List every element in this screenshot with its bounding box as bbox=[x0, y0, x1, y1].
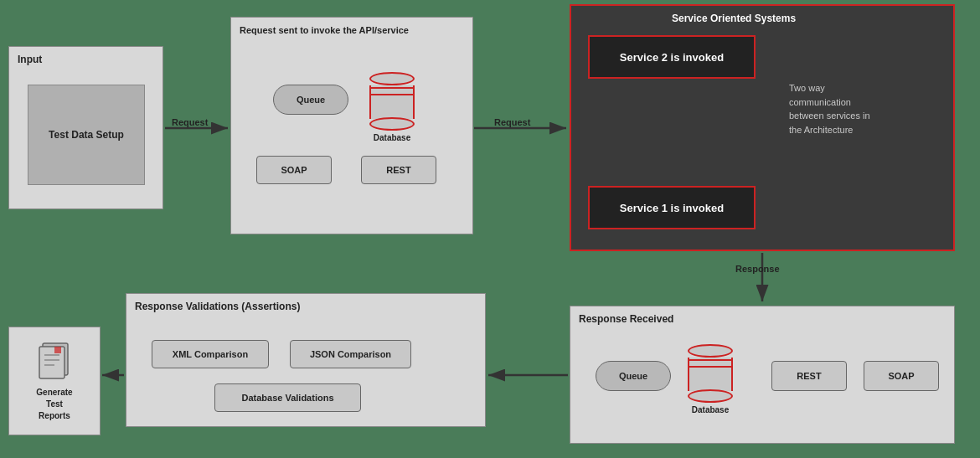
response-validations-box: Response Validations (Assertions) XML Co… bbox=[126, 293, 486, 427]
test-data-label: Test Data Setup bbox=[49, 129, 124, 141]
service2-box: Service 2 is invoked bbox=[588, 35, 756, 79]
rest-button-rr[interactable]: REST bbox=[771, 361, 847, 391]
two-way-text: Two way communication between services i… bbox=[789, 81, 881, 136]
request-label-2: Request bbox=[494, 117, 530, 127]
database-label-rr: Database bbox=[688, 405, 733, 414]
database-icon-api: Database bbox=[369, 72, 415, 142]
response-label: Response bbox=[735, 264, 780, 274]
soap-button-rr[interactable]: SOAP bbox=[864, 361, 939, 391]
svg-rect-16 bbox=[54, 347, 61, 353]
generate-reports-label: GenerateTestReports bbox=[36, 387, 72, 422]
request-label-1: Request bbox=[172, 117, 208, 127]
service-oriented-box: Service Oriented Systems Service 2 is in… bbox=[570, 4, 955, 251]
test-data-box: Test Data Setup bbox=[28, 85, 145, 185]
response-received-label: Response Received bbox=[579, 313, 673, 325]
response-validations-label: Response Validations (Assertions) bbox=[135, 301, 300, 312]
api-label: Request sent to invoke the API/service bbox=[240, 24, 409, 37]
soap-button[interactable]: SOAP bbox=[256, 156, 332, 184]
database-validations-button[interactable]: Database Validations bbox=[214, 383, 361, 412]
api-box: Request sent to invoke the API/service Q… bbox=[230, 17, 473, 234]
response-received-box: Response Received Queue Database REST SO… bbox=[570, 306, 955, 444]
xml-comparison-button[interactable]: XML Comparison bbox=[152, 340, 269, 368]
generate-reports-box: GenerateTestReports bbox=[8, 327, 101, 435]
queue-button-rr[interactable]: Queue bbox=[596, 361, 671, 391]
service-oriented-label: Service Oriented Systems bbox=[672, 13, 796, 24]
service2-label: Service 2 is invoked bbox=[620, 51, 724, 64]
rest-button[interactable]: REST bbox=[361, 156, 436, 184]
database-icon-rr: Database bbox=[688, 344, 733, 414]
service1-label: Service 1 is invoked bbox=[620, 202, 724, 214]
database-label-api: Database bbox=[369, 133, 415, 142]
input-box: Input Test Data Setup bbox=[8, 46, 163, 209]
diagram-container: Input Test Data Setup Request Request se… bbox=[0, 0, 980, 458]
json-comparison-button[interactable]: JSON Comparison bbox=[290, 340, 411, 368]
queue-button[interactable]: Queue bbox=[273, 85, 348, 115]
report-icon bbox=[36, 340, 73, 382]
input-label: Input bbox=[18, 54, 42, 65]
service1-box: Service 1 is invoked bbox=[588, 186, 756, 229]
